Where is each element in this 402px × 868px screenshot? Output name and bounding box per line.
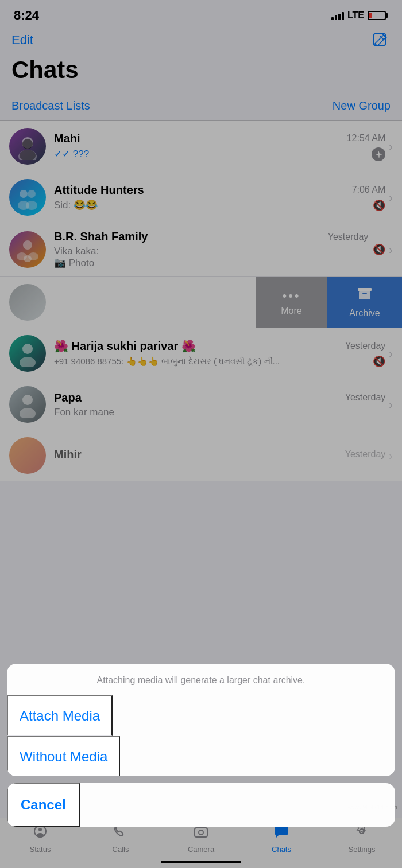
action-sheet-message: Attaching media will generate a larger c… bbox=[7, 664, 395, 695]
attach-media-button[interactable]: Attach Media bbox=[7, 695, 113, 736]
action-sheet: Attaching media will generate a larger c… bbox=[7, 664, 395, 776]
cancel-sheet: Cancel bbox=[7, 783, 395, 827]
without-media-button[interactable]: Without Media bbox=[7, 736, 120, 776]
action-sheet-container: Attaching media will generate a larger c… bbox=[0, 664, 402, 834]
cancel-button[interactable]: Cancel bbox=[7, 783, 80, 827]
home-indicator bbox=[161, 861, 241, 863]
